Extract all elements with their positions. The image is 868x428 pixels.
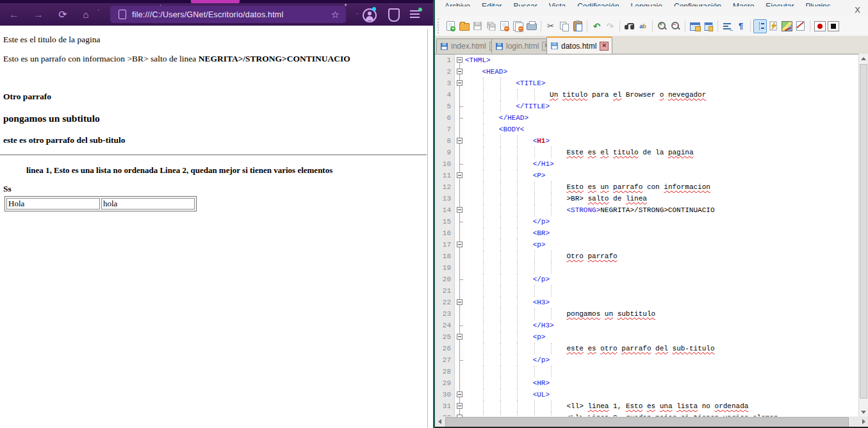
scroll-right-arrow[interactable] xyxy=(858,416,868,426)
fold-collapse-icon[interactable] xyxy=(454,170,465,181)
fold-collapse-icon[interactable] xyxy=(454,297,465,308)
address-bar[interactable]: file:///C:/Users/GNet/Escritorio/datos.h… xyxy=(110,6,346,23)
indent-guide-line xyxy=(517,262,518,274)
word-wrap-icon[interactable] xyxy=(721,19,734,33)
stop-macro-icon[interactable] xyxy=(826,19,840,33)
indent-guide-line xyxy=(551,366,552,377)
save-icon[interactable] xyxy=(471,19,484,33)
scroll-left-arrow[interactable] xyxy=(435,416,445,426)
horizontal-rule xyxy=(0,154,427,156)
shield-icon[interactable] xyxy=(388,8,400,22)
indent-guide-line xyxy=(500,262,502,274)
fold-collapse-icon[interactable] xyxy=(454,66,465,78)
menu-item-lenguaje[interactable]: Lenguaje xyxy=(625,2,668,6)
browser-window: + + · · · ← → ⟳ ⌂ file:///C:/Users/GNet/… xyxy=(0,0,433,428)
indent-guide-line xyxy=(500,331,502,343)
menu-item-buscar[interactable]: Buscar xyxy=(507,2,543,6)
account-notification-dot xyxy=(372,7,376,11)
paste-icon[interactable] xyxy=(571,19,584,33)
indent-guide-line xyxy=(483,204,484,216)
open-file-icon[interactable] xyxy=(457,19,471,33)
fold-margin-mark xyxy=(454,227,465,239)
code-editor-area[interactable]: 1<THML>2 <HEAD>3 <TITLE>4 Un titulo para… xyxy=(435,54,858,417)
indent-guide-line xyxy=(500,308,502,320)
url-text[interactable]: file:///C:/Users/GNet/Escritorio/datos.h… xyxy=(132,10,283,19)
code-line: 24 </H3> xyxy=(435,320,858,331)
indent-guide-line xyxy=(551,193,552,204)
line-number: 27 xyxy=(435,354,454,366)
code-text: <THML> xyxy=(465,54,858,66)
fold-collapse-icon[interactable] xyxy=(454,400,465,412)
zoom-in-icon[interactable]: + xyxy=(655,19,669,33)
vertical-scroll-thumb[interactable] xyxy=(860,64,867,399)
bookmark-star-icon[interactable]: ☆ xyxy=(331,10,340,19)
menu-item-archivo[interactable]: Archivo xyxy=(439,2,476,6)
indent-guide-line xyxy=(534,343,536,354)
sync-horizontal-scroll-icon[interactable] xyxy=(701,19,715,33)
tab-close-icon[interactable]: ✕ xyxy=(600,42,609,51)
document-tab-datos-html[interactable]: datos.html✕ xyxy=(546,37,612,54)
indent-guide-line xyxy=(517,147,518,158)
print-icon[interactable] xyxy=(525,19,538,33)
menu-item-codificacin[interactable]: Codificación xyxy=(571,2,625,6)
indent-guide-icon[interactable] xyxy=(753,19,767,33)
close-all-files-icon[interactable]: − xyxy=(511,19,525,33)
zoom-out-icon[interactable]: − xyxy=(669,19,682,33)
menu-item-macro[interactable]: Macro xyxy=(727,2,760,6)
fold-margin-mark xyxy=(454,366,465,377)
vertical-scrollbar[interactable] xyxy=(858,54,868,416)
fold-margin-mark xyxy=(454,216,465,227)
menu-item-editar[interactable]: Editar xyxy=(476,2,507,6)
fold-margin-mark xyxy=(454,251,465,262)
menu-bar: ArchivoEditarBuscarVistaCodificaciónLeng… xyxy=(439,0,849,6)
undo-icon[interactable]: ↶ xyxy=(590,19,603,33)
back-icon[interactable]: ← xyxy=(6,8,22,22)
fold-collapse-icon[interactable] xyxy=(454,78,465,89)
save-all-icon[interactable] xyxy=(484,19,498,33)
show-all-characters-icon[interactable]: ¶ xyxy=(734,19,748,33)
fold-margin-mark xyxy=(454,89,465,101)
forward-icon[interactable]: → xyxy=(31,8,46,22)
scroll-up-arrow[interactable] xyxy=(859,54,868,63)
cut-icon[interactable]: ✂ xyxy=(544,19,557,33)
document-switcher-icon[interactable] xyxy=(794,19,807,33)
menu-hamburger-icon[interactable] xyxy=(410,10,420,18)
horizontal-scrollbar[interactable] xyxy=(435,416,868,427)
find-icon[interactable] xyxy=(623,19,636,33)
document-tab-login-html[interactable]: login.html✕ xyxy=(491,38,555,53)
record-macro-icon[interactable] xyxy=(813,19,826,33)
horizontal-scroll-thumb[interactable] xyxy=(445,417,849,427)
indent-guide-line xyxy=(534,89,536,101)
redo-icon[interactable]: ↷ xyxy=(603,19,617,33)
indent-guide-line xyxy=(483,158,484,170)
page-subtitle: pongamos un subtitulo xyxy=(3,113,100,124)
line-number: 18 xyxy=(435,251,454,262)
fold-collapse-icon[interactable] xyxy=(454,389,465,400)
new-file-icon[interactable]: + xyxy=(444,19,457,33)
sync-vertical-scroll-icon[interactable] xyxy=(688,19,701,33)
close-file-icon[interactable]: − xyxy=(498,19,511,33)
reload-icon[interactable]: ⟳ xyxy=(55,8,70,22)
toolbar-separator xyxy=(538,21,544,32)
copy-icon[interactable] xyxy=(557,19,571,33)
document-tab-bar: index.html✕login.html✕datos.html✕ xyxy=(435,36,868,54)
fold-collapse-icon[interactable] xyxy=(454,135,465,147)
function-list-icon[interactable] xyxy=(767,19,780,33)
home-icon[interactable]: ⌂ xyxy=(78,8,94,22)
fold-collapse-icon[interactable] xyxy=(454,239,465,251)
code-line: 22 <H3> xyxy=(435,297,858,308)
menu-item-configuracin[interactable]: Configuración xyxy=(668,2,727,6)
menu-item-plugins[interactable]: Plugins xyxy=(799,2,836,6)
replace-icon[interactable]: ab xyxy=(636,19,650,33)
scroll-down-arrow[interactable] xyxy=(859,407,868,416)
code-line: 23 pongamos un subtitulo xyxy=(435,308,858,320)
document-map-icon[interactable] xyxy=(780,19,794,33)
menu-item-vista[interactable]: Vista xyxy=(543,2,571,6)
indent-guide-line xyxy=(483,331,484,343)
close-document-x-button[interactable]: X xyxy=(855,6,860,15)
fold-collapse-icon[interactable] xyxy=(454,331,465,343)
page-table: Hola hola xyxy=(4,196,197,211)
menu-item-ejecutar[interactable]: Ejecutar xyxy=(760,2,799,6)
fold-collapse-icon[interactable] xyxy=(454,204,465,216)
fold-collapse-icon[interactable] xyxy=(454,54,465,66)
